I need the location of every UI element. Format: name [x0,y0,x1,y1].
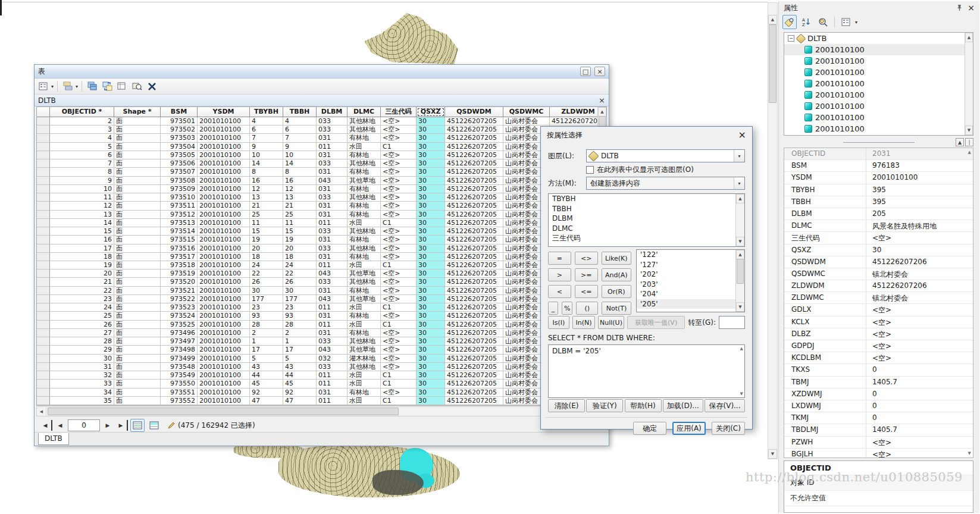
field-list[interactable]: TBYBHTBBHDLBMDLMC三生代码 ▲ ▼ [548,193,745,247]
row-selector[interactable] [37,363,50,371]
tree-root[interactable]: − DLTB [784,33,973,44]
splitter-handle-icon[interactable]: | [965,138,973,146]
property-row[interactable]: GDPDJ<空> [784,340,973,352]
select-highlighted-icon[interactable] [86,80,99,93]
show-all-records-button[interactable] [130,419,145,432]
row-selector[interactable] [37,159,50,168]
unique-value-item[interactable]: '127' [637,260,744,270]
property-row[interactable]: QSDWDM451226207206 [784,256,973,268]
table-row[interactable]: 31面97354820010101004343033其他林地<空>3045122… [37,363,597,371]
operator-button[interactable]: > [548,268,571,281]
scroll-down-icon[interactable]: ▼ [768,449,777,459]
row-selector[interactable] [37,397,50,405]
scroll-down-icon[interactable]: ▼ [736,302,744,312]
table-row[interactable]: 9面97350820010101001616043其他草地<空>30451226… [37,177,597,185]
row-selector[interactable] [37,227,50,236]
expression-textarea[interactable]: DLBM = '205' ▲ ▼ [548,344,745,398]
values-list-scrollbar[interactable]: ▲ ▼ [735,250,744,312]
property-row[interactable]: KCDLBM<空> [784,352,973,364]
scroll-up-icon[interactable]: ▲ [965,33,973,42]
property-row[interactable]: QSXZ30 [784,245,973,256]
scroll-up-icon[interactable]: ▲ [736,250,744,259]
scroll-down-icon[interactable]: ▼ [740,391,743,396]
table-row[interactable]: 25面97352420010101009393031有林地<空>30451226… [37,312,597,320]
chevron-down-icon[interactable]: ▾ [734,177,744,189]
row-selector[interactable] [37,312,50,320]
column-header[interactable]: QSXZ [417,107,445,117]
record-number-input[interactable]: 0 [68,419,100,431]
row-selector[interactable] [37,278,50,286]
splitter-collapse-icon[interactable]: ▲ [956,138,964,146]
tab-dltb[interactable]: DLTB [38,433,69,445]
row-selector[interactable] [37,126,50,134]
property-row[interactable]: TBDLMJ1405.7 [784,424,973,436]
collapse-icon[interactable]: − [788,35,794,42]
row-selector[interactable] [37,117,50,126]
field-list-item[interactable]: DLMC [549,224,744,234]
first-record-icon[interactable]: ◀ [40,420,52,431]
field-list-scrollbar[interactable]: ▲ ▼ [735,194,744,246]
values-scroll-thumb[interactable] [737,259,744,284]
table-row[interactable]: 29面97349820010101001717043其他草地<空>3045122… [37,346,597,354]
column-header[interactable]: DLBM [317,107,347,117]
scroll-down-icon[interactable]: ▼ [968,451,971,456]
close-icon[interactable]: × [594,67,605,76]
column-header[interactable]: 三生代码 [381,107,417,117]
row-selector[interactable] [37,269,50,278]
identify-tree-icon[interactable] [782,15,797,29]
column-header[interactable]: YSDM [198,107,250,117]
table-row[interactable]: 6面97350520010101001010031有林地<空>304512262… [37,151,597,159]
field-list-item[interactable]: TBBH [549,204,744,214]
table-row[interactable]: 4面973503200101010077031有林地<空>30451226207… [37,134,597,142]
property-row[interactable]: TKXS0 [784,364,973,376]
close-button[interactable]: 关闭(C) [712,422,745,435]
table-row[interactable]: 5面973504200101010099011水田C13045122620720… [37,143,597,151]
table-row[interactable]: 14面97351320010101001111011水田C13045122620… [37,219,597,227]
property-row[interactable]: OBJECTID2031 [784,148,973,160]
property-row[interactable]: BSM976183 [784,160,973,172]
property-row[interactable]: DLBZ<空> [784,328,973,340]
table-row[interactable]: 34面97355120010101009292031有林地<空>30451226… [37,388,597,397]
scroll-up-icon[interactable]: ▲ [598,107,606,117]
column-header[interactable]: BSM [161,107,198,117]
column-header[interactable] [37,107,50,117]
operator-button[interactable]: <= [575,285,598,298]
table-row[interactable]: 12面97351120010101002121031有林地<空>30451226… [37,202,597,210]
operator-button[interactable]: >= [575,268,598,281]
table-window-titlebar[interactable]: 表 □ × [35,65,609,79]
row-selector[interactable] [37,380,50,388]
last-record-icon[interactable]: ▶ [115,420,128,431]
related-tables-caret-icon[interactable]: ▾ [76,84,78,89]
row-selector[interactable] [37,134,50,142]
tree-item[interactable]: 2001010100 [784,55,973,67]
apply-button[interactable]: 应用(A) [672,422,706,435]
zoom-to-selected-icon[interactable] [130,80,143,93]
close-icon[interactable]: × [738,130,746,140]
pin-icon[interactable] [956,4,963,11]
column-header[interactable]: DLMC [347,107,381,117]
row-selector[interactable] [37,236,50,244]
operator-button[interactable]: () [576,302,598,315]
delete-selected-icon[interactable] [145,80,158,93]
property-row[interactable]: ZLDWMC镇北村委会 [784,292,973,304]
null-button[interactable]: Null(U) [598,316,624,329]
operator-button[interactable]: And(A) [602,268,631,281]
fields-options-icon[interactable] [839,15,853,29]
row-selector[interactable] [37,337,50,346]
row-selector[interactable] [37,303,50,312]
load-button[interactable]: 加载(D)... [663,399,703,412]
in-button[interactable]: In(N) [572,316,595,329]
is-button[interactable]: Is(I) [548,316,569,329]
tree-item[interactable]: 2001010100 [784,67,973,78]
close-icon[interactable]: × [968,3,975,12]
maximize-icon[interactable]: □ [580,67,591,76]
field-list-item[interactable]: 三生代码 [549,233,744,243]
column-header[interactable]: QSDWDM [445,107,503,117]
panel-titlebar[interactable]: 属性 × [779,1,979,14]
table-row[interactable]: 11面97351020010101001313033其他林地<空>3045122… [37,193,597,202]
property-row[interactable]: DLBM205 [784,208,973,220]
row-selector[interactable] [37,185,50,193]
scroll-down-icon[interactable]: ▼ [965,126,973,135]
column-header[interactable]: TBYBH [250,107,283,117]
column-header[interactable]: TBBH [283,107,317,117]
